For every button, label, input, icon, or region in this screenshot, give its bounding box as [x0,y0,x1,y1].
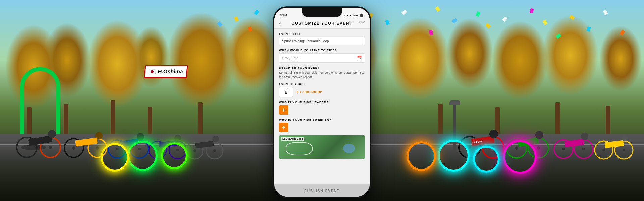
svg-rect-29 [195,141,214,149]
svg-rect-11 [75,137,98,146]
svg-point-49 [581,133,588,140]
status-time: 9:03 [280,13,287,17]
svg-point-47 [582,148,585,150]
svg-point-4 [49,146,52,149]
app-content: ‹ CUSTOMIZE YOUR EVENT #2749 EVENT TITLE… [274,18,370,197]
glow-wheel-green-2 [161,142,188,169]
ride-sweeper-section: WHO IS YOUR RIDE SWEEPER? + [279,118,365,132]
phone-screen: 9:03 ▲▲▲ WiFi ▐▌ ‹ CUSTOMIZE YOUR EVENT … [274,8,370,197]
status-icons: ▲▲▲ WiFi ▐▌ [344,14,364,17]
svg-point-55 [622,135,628,141]
event-groups-row: E + + ADD GROUP [279,87,365,97]
svg-point-12 [95,132,103,139]
svg-point-41 [537,146,540,150]
group-e-badge[interactable]: E [279,87,293,97]
phone-mockup: 9:03 ▲▲▲ WiFi ▐▌ ‹ CUSTOMIZE YOUR EVENT … [273,7,371,198]
page-title: CUSTOMIZE YOUR EVENT [291,21,353,26]
add-ride-leader-button[interactable]: + [279,105,288,115]
event-title-label: EVENT TITLE [279,32,365,36]
battery-icon: ▐▌ [359,14,364,17]
publish-bar: PUBLISH EVENT [274,184,370,197]
when-ride-label: WHEN WOULD YOU LIKE TO RIDE? [279,49,365,52]
add-ride-sweeper-button[interactable]: + [279,123,288,132]
svg-point-10 [96,146,99,150]
cyclists-right: LA FUGA [443,67,644,168]
svg-point-0 [21,145,46,150]
form-content: EVENT TITLE Sprint Training: Laguardia L… [274,29,370,179]
date-time-input[interactable]: Date, Time 📅 [279,53,365,63]
wifi-icon: WiFi [353,14,358,17]
background: 🇯🇵 H.Oshima [0,0,644,201]
svg-point-32 [468,146,471,149]
svg-point-51 [602,149,605,151]
svg-point-43 [535,131,543,139]
ride-leader-label: WHO IS YOUR RIDE LEADER? [279,100,365,104]
add-group-button[interactable]: + + ADD GROUP [296,90,322,94]
back-button[interactable]: ‹ [279,20,281,27]
glow-wheel-green-1 [127,141,158,171]
publish-button[interactable]: PUBLISH EVENT [304,189,340,193]
glow-wheel-cyan-2 [473,146,500,173]
svg-point-26 [193,149,196,152]
map-route-outline [286,142,313,155]
ride-sweeper-label: WHO IS YOUR RIDE SWEEPER? [279,118,365,121]
event-groups-label: EVENT GROUPS [279,82,365,86]
signal-icon: ▲▲▲ [344,14,352,17]
glow-wheel-pink [503,140,537,174]
describe-event-section: DESCRIBE YOUR EVENT Sprint training with… [279,66,365,79]
map-thumbnail: LaGuardia Loop [279,135,365,159]
event-title-input[interactable]: Sprint Training: Laguardia Loop [279,37,365,45]
date-placeholder: Date, Time [282,56,298,60]
svg-point-8 [72,146,75,150]
add-group-icon: + [296,90,299,94]
app-header: ‹ CUSTOMIZE YOUR EVENT #2749 [274,18,370,29]
svg-point-18 [137,133,144,140]
describe-label: DESCRIBE YOUR EVENT [279,66,365,69]
map-label: LaGuardia Loop [281,137,304,141]
svg-point-36 [489,130,498,138]
describe-textarea[interactable]: Sprint training with your club members o… [279,71,365,79]
when-ride-section: WHEN WOULD YOU LIKE TO RIDE? Date, Time … [279,49,365,63]
event-id: #2749 [359,21,365,23]
event-groups-section: EVENT GROUPS E + + ADD GROUP [279,82,365,97]
phone-notch [302,8,342,17]
svg-point-2 [25,146,29,149]
svg-point-6 [48,130,56,138]
svg-point-45 [562,148,565,150]
calendar-icon: 📅 [357,56,362,60]
glow-wheel-cyan-1 [438,140,470,172]
glow-wheel-yellow [101,143,129,172]
map-section: LaGuardia Loop [279,135,365,159]
svg-point-30 [212,136,219,142]
glow-wheel-orange [407,141,436,171]
ride-leader-section: WHO IS YOUR RIDE LEADER? + [279,100,365,115]
phone-outer-frame: 9:03 ▲▲▲ WiFi ▐▌ ‹ CUSTOMIZE YOUR EVENT … [273,7,371,198]
svg-point-24 [174,135,181,141]
event-title-section: EVENT TITLE Sprint Training: Laguardia L… [279,32,365,45]
svg-point-28 [213,149,216,152]
svg-point-53 [623,149,625,151]
